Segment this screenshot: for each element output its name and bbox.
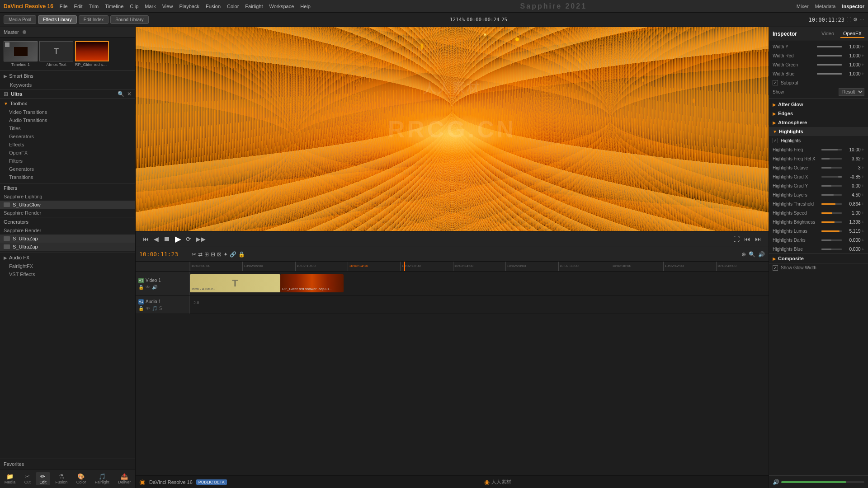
keywords-item[interactable]: Keywords	[0, 81, 135, 89]
audiofx-category[interactable]: ▶ Audio FX	[0, 253, 135, 262]
hl-blue-plus[interactable]: +	[862, 246, 864, 252]
hl-darks-slider[interactable]	[821, 239, 842, 241]
blade-tool-icon[interactable]: ✂	[192, 251, 196, 258]
filter-sapphire-lighting[interactable]: Sapphire Lighting	[0, 192, 135, 201]
menu-file[interactable]: File	[60, 4, 68, 9]
hl-grady-slider[interactable]	[821, 185, 842, 187]
menu-playback[interactable]: Playback	[179, 4, 199, 9]
gen-ultrazap2[interactable]: S_UltraZap	[0, 243, 135, 251]
nav-edit[interactable]: ✏ Edit	[36, 472, 50, 485]
audio-eye-icon[interactable]: 👁	[146, 306, 150, 311]
edges-section[interactable]: ▶ Edges	[769, 109, 868, 118]
hl-speed-slider[interactable]	[821, 212, 842, 214]
width-y-slider[interactable]	[817, 46, 842, 47]
nav-fairlight[interactable]: 🎵 Fairlight	[91, 472, 113, 485]
hl-brightness-slider[interactable]	[821, 221, 842, 223]
gen-sapphire-render[interactable]: Sapphire Render	[0, 226, 135, 235]
smart-bins-header[interactable]: ▶ Smart Bins	[0, 71, 135, 81]
hl-grady-plus[interactable]: +	[862, 183, 864, 188]
atmosphere-section[interactable]: ▶ Atmosphere	[769, 118, 868, 127]
hl-lumas-plus[interactable]: +	[862, 228, 864, 234]
slip-icon[interactable]: ⊟	[211, 251, 215, 258]
hl-lumas-slider[interactable]	[821, 230, 842, 232]
hl-freq-relx-slider[interactable]	[821, 158, 842, 160]
lock-icon[interactable]: 🔒	[238, 251, 245, 258]
width-green-plus[interactable]: +	[862, 62, 864, 67]
volume-icon[interactable]: 🔊	[758, 251, 765, 258]
audio-lock-icon[interactable]: 🔒	[138, 306, 144, 311]
effects-library-tab[interactable]: Effects Library	[38, 15, 77, 24]
highlights-section-header[interactable]: ▼ Highlights	[769, 127, 868, 136]
hl-octave-slider[interactable]	[821, 167, 842, 169]
fairlightfx-item[interactable]: FairlightFX	[0, 262, 135, 270]
toolbox-item-transitions[interactable]: Transitions	[0, 173, 135, 181]
menu-color[interactable]: Color	[227, 4, 239, 9]
hl-freq-plus[interactable]: +	[862, 147, 864, 152]
toolbox-category-toolbox[interactable]: ▼ Toolbox	[0, 99, 135, 108]
settings-icon[interactable]: ⚙	[853, 17, 858, 23]
hl-freq-relx-plus[interactable]: +	[862, 156, 864, 161]
video-track-content[interactable]: T Intro - ATMOS RP_Gliter red shower loo…	[190, 272, 769, 296]
hl-octave-plus[interactable]: +	[862, 165, 864, 170]
playhead[interactable]	[404, 262, 405, 271]
fullscreen-preview-icon[interactable]: ⛶	[733, 235, 740, 243]
media-pool-tab[interactable]: Media Pool	[4, 15, 36, 24]
menu-trim[interactable]: Trim	[89, 4, 99, 9]
volume-slider[interactable]	[781, 481, 864, 483]
ripple-icon[interactable]: ⇄	[198, 251, 203, 258]
play-loop-icon[interactable]: ⟳	[186, 235, 191, 243]
zoom-timeline-icon[interactable]: 🔍	[749, 251, 755, 258]
inspector-button[interactable]: Inspector	[842, 4, 864, 9]
after-glow-section[interactable]: ▶ After Glow	[769, 100, 868, 109]
width-red-plus[interactable]: +	[862, 53, 864, 58]
menu-edit[interactable]: Edit	[74, 4, 83, 9]
track-audio-icon[interactable]: 🔊	[152, 285, 157, 290]
track-lock-icon[interactable]: 🔒	[138, 285, 144, 290]
hl-blue-slider[interactable]	[821, 249, 842, 250]
nav-deliver[interactable]: 📤 Deliver	[114, 472, 134, 485]
more-options-icon[interactable]: ⋯	[859, 17, 864, 23]
filter-sapphire-render[interactable]: Sapphire Render	[0, 209, 135, 217]
hl-layers-plus[interactable]: +	[862, 192, 864, 197]
hl-brightness-plus[interactable]: +	[862, 219, 864, 225]
tab-openfx[interactable]: OpenFX	[840, 30, 864, 38]
app-name[interactable]: DaVinci Resolve 16	[4, 3, 53, 9]
go-start-icon[interactable]: ⏮	[143, 235, 149, 243]
toolbox-close-icon[interactable]: ✕	[127, 91, 132, 97]
next-clip-icon[interactable]: ⏭	[755, 235, 761, 243]
stop-icon[interactable]: ⏹	[163, 235, 170, 243]
hl-freq-slider[interactable]	[821, 149, 842, 150]
toolbox-item-video-transitions[interactable]: Video Transitions	[0, 108, 135, 116]
dynamic-trim-icon[interactable]: ✦	[223, 251, 228, 258]
composite-section[interactable]: ▶ Composite	[769, 253, 868, 263]
play-icon[interactable]: ▶	[175, 234, 181, 244]
prev-frame-icon[interactable]: ◀	[154, 235, 159, 243]
prev-clip-icon[interactable]: ⏮	[744, 235, 750, 243]
hl-threshold-slider[interactable]	[821, 203, 842, 205]
menu-workspace[interactable]: Workspace	[269, 4, 294, 9]
toolbox-item-generators[interactable]: Generators	[0, 132, 135, 141]
menu-view[interactable]: View	[162, 4, 173, 9]
nav-fusion[interactable]: ⚗ Fusion	[52, 472, 71, 485]
toolbox-item-filters[interactable]: Filters	[0, 157, 135, 165]
highlights-checkbox[interactable]: ✓	[773, 138, 778, 143]
hl-threshold-plus[interactable]: +	[862, 201, 864, 206]
hl-layers-slider[interactable]	[821, 194, 842, 196]
volume-icon-insp[interactable]: 🔊	[773, 479, 779, 485]
menu-timeline[interactable]: Timeline	[105, 4, 123, 9]
toolbox-item-generators2[interactable]: Generators	[0, 165, 135, 173]
width-blue-plus[interactable]: +	[862, 71, 864, 76]
media-item-timeline[interactable]: Timeline 1	[4, 41, 38, 67]
slide-icon[interactable]: ⊠	[217, 251, 222, 258]
media-item-fire[interactable]: RP_Gliter red sho...	[75, 41, 109, 67]
list-view-icon[interactable]: ⊞	[4, 91, 8, 97]
menu-mark[interactable]: Mark	[145, 4, 156, 9]
metadata-button[interactable]: Metadata	[815, 4, 836, 9]
toolbox-item-titles[interactable]: Titles	[0, 124, 135, 132]
hl-gradx-plus[interactable]: +	[862, 174, 864, 179]
toolbox-item-audio-transitions[interactable]: Audio Transitions	[0, 116, 135, 124]
nav-cut[interactable]: ✂ Cut	[21, 472, 34, 485]
snap-icon[interactable]: ⊕	[741, 251, 746, 258]
vsteffects-item[interactable]: VST Effects	[0, 270, 135, 278]
audio-mute-icon[interactable]: 🎵	[152, 306, 157, 311]
